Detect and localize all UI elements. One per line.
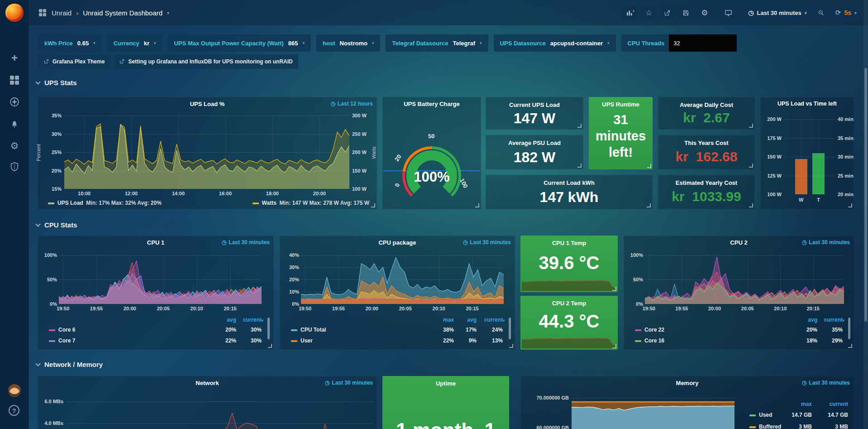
panel-title[interactable]: UPS Load %: [38, 101, 377, 107]
link-grafana-plex-theme[interactable]: Grafana Plex Theme: [38, 54, 110, 69]
help-icon[interactable]: ?: [9, 405, 19, 416]
legend-row-user[interactable]: User: [291, 337, 313, 344]
variable-host[interactable]: host Nostromo ▾: [316, 34, 380, 52]
explore-compass-icon[interactable]: [0, 94, 29, 110]
variable-ups-datasource[interactable]: UPS Datasource apcupsd-container ▾: [494, 34, 616, 52]
panel-uptime: Uptime 1 month, 1: [382, 376, 509, 429]
panel-time-range[interactable]: ◷Last 30 minutes: [802, 239, 850, 246]
scrollbar-thumb[interactable]: [864, 68, 867, 322]
panel-title[interactable]: Current Load kWh: [486, 179, 652, 186]
section-cpu-stats[interactable]: CPU Stats: [36, 221, 77, 229]
clock-icon: ◷: [802, 239, 806, 246]
section-ups-stats[interactable]: UPS Stats: [36, 79, 77, 87]
section-network-memory[interactable]: Network / Memory: [36, 361, 103, 368]
legend-scrollbar[interactable]: [848, 318, 850, 339]
legend-row-core16[interactable]: Core 16: [635, 337, 664, 344]
legend-header-avg[interactable]: avg: [808, 317, 817, 323]
variable-currency[interactable]: Currency kr ▾: [107, 34, 162, 52]
legend-row-used[interactable]: Used: [749, 412, 772, 418]
panel-time-range[interactable]: ◷Last 30 minutes: [463, 239, 511, 246]
legend-row-cpu-total[interactable]: CPU Total: [291, 327, 326, 333]
caret-down-icon: ▾: [480, 41, 482, 45]
panel-title[interactable]: UPS Battery Charge: [383, 101, 481, 107]
legend-header-current[interactable]: current▾: [243, 317, 263, 323]
caret-down-icon: ▾: [154, 41, 156, 45]
dashboards-icon[interactable]: [0, 72, 29, 88]
ups-vs-time-chart[interactable]: [784, 119, 835, 194]
legend-ups-load[interactable]: UPS Load Min: 17% Max: 32% Avg: 20%: [48, 200, 162, 206]
legend-row-core6[interactable]: Core 6: [49, 327, 75, 333]
page-scrollbar[interactable]: [863, 0, 868, 429]
time-range-picker[interactable]: ◷ Last 30 minutes ▾: [744, 5, 811, 20]
cpu1-chart[interactable]: [59, 255, 262, 304]
add-icon[interactable]: +: [0, 50, 29, 66]
panel-title[interactable]: CPU 2 Temp: [520, 300, 618, 307]
cpu-package-chart[interactable]: [301, 255, 504, 304]
legend-scrollbar[interactable]: [509, 318, 511, 339]
panel-time-range[interactable]: ◷Last 12 hours: [330, 101, 373, 107]
cpu-threads-input[interactable]: [669, 34, 737, 52]
configuration-gear-icon[interactable]: ⚙: [0, 138, 29, 154]
ups-load-chart[interactable]: [64, 116, 349, 189]
legend-row-buffered[interactable]: Buffered: [749, 424, 781, 429]
legend-header-avg[interactable]: avg: [467, 317, 477, 323]
stat-value: kr 1033.99: [658, 189, 754, 204]
legend-value-avg: 20%: [806, 327, 817, 333]
variable-ups-max-output[interactable]: UPS Max Output Power Capacity (Watt) 865…: [168, 34, 311, 52]
settings-gear-icon[interactable]: ⚙: [696, 5, 713, 20]
clock-icon: ◷: [463, 239, 467, 246]
panel-ups-load-vs-time-left: UPS Load vs Time left 200 W175 W150 W125…: [760, 97, 854, 209]
refresh-button[interactable]: ⟳ 5s ▾: [831, 5, 861, 20]
memory-chart[interactable]: [572, 395, 734, 429]
grafana-logo-icon[interactable]: [5, 4, 24, 22]
legend-value-avg: 18%: [806, 337, 817, 344]
variable-kwh-price[interactable]: kWh Price 0.65 ▾: [38, 34, 102, 52]
panel-title[interactable]: UPS Load vs Time left: [761, 101, 854, 107]
add-panel-button[interactable]: [622, 5, 639, 20]
y-axis-ticks-left: 40%30%20%10%0%: [282, 255, 299, 304]
legend-header-avg[interactable]: avg: [227, 317, 236, 323]
link-ups-monitoring-guide[interactable]: Setting up Grafana and InfluxDB for UPS …: [114, 54, 298, 69]
cpu2-chart[interactable]: [645, 255, 844, 304]
bar-category-w: W: [799, 197, 803, 202]
y-axis-ticks-left: 6.0 MBs4.0 MBs2.0 MBs: [41, 395, 63, 429]
panel-title[interactable]: Estimated Yearly Cost: [658, 179, 754, 186]
dashboard-grid-icon[interactable]: [39, 9, 46, 16]
legend-row-core22[interactable]: Core 22: [635, 327, 664, 333]
title-caret-icon[interactable]: ▾: [167, 10, 169, 15]
save-button[interactable]: [677, 5, 694, 20]
legend-header-max[interactable]: max: [443, 317, 454, 323]
dashboard-title[interactable]: Unraid System Dashboard: [83, 9, 162, 17]
x-axis-categories: W T: [784, 197, 835, 204]
refresh-interval[interactable]: 5s: [844, 9, 851, 16]
zoom-out-button[interactable]: [813, 5, 830, 20]
panel-title[interactable]: Uptime: [382, 380, 509, 387]
legend-swatch: [253, 202, 259, 204]
panel-title[interactable]: UPS Runtime: [589, 101, 653, 108]
panel-time-range[interactable]: ◷Last 30 minutes: [222, 239, 270, 246]
link-label: Grafana Plex Theme: [52, 58, 105, 65]
alerting-bell-icon[interactable]: [0, 116, 29, 132]
legend-row-core7[interactable]: Core 7: [49, 337, 75, 344]
panel-title[interactable]: Average PSU Load: [486, 140, 583, 146]
legend-header-current[interactable]: current: [830, 401, 848, 407]
user-avatar[interactable]: [8, 384, 21, 397]
panel-title[interactable]: Average Daily Cost: [658, 101, 754, 108]
legend-header-max[interactable]: max: [801, 401, 812, 407]
legend-header-current[interactable]: current▾: [484, 317, 505, 323]
legend-scrollbar[interactable]: [267, 318, 270, 339]
panel-time-range[interactable]: ◷Last 30 minutes: [325, 380, 373, 386]
panel-title[interactable]: This Years Cost: [658, 140, 754, 146]
panel-time-range[interactable]: ◷Last 30 minutes: [802, 380, 850, 386]
panel-title[interactable]: CPU 1 Temp: [520, 240, 618, 246]
share-button[interactable]: [659, 5, 676, 20]
cycle-view-tv-button[interactable]: [720, 5, 737, 20]
panel-title[interactable]: Current UPS Load: [486, 101, 583, 108]
star-button[interactable]: ☆: [640, 5, 657, 20]
server-admin-shield-icon[interactable]: [0, 159, 29, 175]
legend-watts[interactable]: Watts Min: 147 W Max: 278 W Avg: 175 W: [253, 200, 369, 206]
network-chart[interactable]: [66, 395, 374, 429]
variable-telegraf-datasource[interactable]: Telegraf Datasource Telegraf ▾: [386, 34, 488, 52]
legend-header-current[interactable]: current▾: [824, 317, 844, 323]
breadcrumb-folder[interactable]: Unraid: [52, 9, 72, 17]
